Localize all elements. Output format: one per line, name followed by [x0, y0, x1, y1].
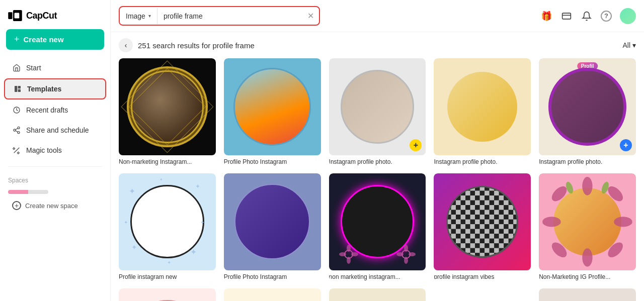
results-header: ‹ 251 search results for profile frame A… [111, 32, 644, 58]
template-card-7[interactable]: Profile Photo Instagram [224, 173, 321, 280]
template-card-4[interactable]: Instagram profile photo. [434, 58, 531, 165]
card-label-7: Profile Photo Instagram [224, 273, 321, 280]
frame-5 [548, 68, 626, 145]
sidebar-item-magic-tools-label: Magic tools [26, 146, 62, 154]
frame-1 [131, 70, 204, 143]
card-label-8: non marketing instagram... [329, 273, 426, 280]
results-left: ‹ 251 search results for profile frame [119, 38, 255, 52]
gift-icon[interactable]: 🎁 [540, 10, 552, 22]
grid-container: Non-marketing Instagram... Profile Photo… [119, 58, 636, 301]
card-image-12 [224, 288, 321, 301]
svg-text:✦: ✦ [124, 220, 128, 225]
plus-badge-5: + [620, 139, 632, 151]
frame-3 [341, 70, 415, 144]
template-card-6[interactable]: ✦ ✦ ✦ ✦ ✦ ✦ ✦ ✦ Profile instagram new [119, 173, 216, 280]
avatar[interactable] [620, 8, 636, 24]
frame-10 [553, 188, 621, 256]
frame-4 [447, 72, 517, 142]
svg-rect-3 [15, 86, 17, 92]
back-button[interactable]: ‹ [119, 38, 133, 52]
svg-text:✦: ✦ [129, 186, 135, 195]
spaces-bar [8, 190, 48, 194]
svg-point-7 [18, 127, 20, 129]
template-card-8[interactable]: non marketing instagram... [329, 173, 426, 280]
plus-icon: + [14, 34, 20, 45]
search-type-selector[interactable]: Image ▾ [120, 8, 157, 24]
template-grid: Non-marketing Instagram... Profile Photo… [111, 58, 644, 301]
frame-7 [234, 184, 310, 259]
svg-point-25 [345, 250, 353, 258]
svg-line-11 [16, 128, 18, 130]
card-image-3: + [329, 58, 426, 155]
plus-circle-icon: + [12, 201, 21, 210]
card-image-8 [329, 173, 426, 270]
top-bar-icons: 🎁 ? [540, 8, 636, 24]
svg-text:✦: ✦ [159, 177, 163, 182]
sidebar: CapCut + Create new Start Templates Rece… [0, 0, 111, 301]
template-card-1[interactable]: Non-marketing Instagram... [119, 58, 216, 165]
logo-area: CapCut [0, 6, 110, 29]
template-card-2[interactable]: Profile Photo Instagram [224, 58, 321, 165]
template-card-9[interactable]: profile instagram vibes [434, 173, 531, 280]
svg-point-27 [347, 257, 351, 264]
card-image-2 [224, 58, 321, 155]
search-input[interactable] [157, 8, 302, 24]
template-card-12[interactable] [224, 288, 321, 301]
sidebar-item-magic-tools[interactable]: Magic tools [4, 141, 106, 160]
create-space-button[interactable]: + Create new space [4, 197, 106, 214]
svg-rect-2 [15, 13, 20, 19]
svg-text:✦: ✦ [195, 183, 200, 190]
help-icon[interactable]: ? [601, 11, 612, 22]
card-image-13 [329, 288, 426, 301]
card-image-15 [539, 288, 636, 301]
share-icon [12, 126, 21, 135]
spaces-label: Spaces [0, 173, 110, 188]
template-card-15[interactable] [539, 288, 636, 301]
create-new-button[interactable]: + Create new [6, 29, 104, 50]
sidebar-item-start[interactable]: Start [4, 58, 106, 77]
svg-rect-0 [8, 12, 12, 19]
search-clear-button[interactable]: ✕ [302, 7, 319, 25]
card-image-11 [119, 288, 216, 301]
sidebar-divider [8, 166, 102, 167]
filter-chevron-icon: ▾ [632, 41, 636, 49]
template-card-5[interactable]: Profil + Instagram profile photo. [539, 58, 636, 165]
card-image-14 [434, 288, 531, 301]
svg-text:✦: ✦ [131, 243, 137, 251]
frame-8 [341, 185, 415, 259]
svg-text:✦: ✦ [167, 259, 171, 265]
card-label-10: Non-Marketing IG Profile... [539, 273, 636, 280]
template-card-14[interactable] [434, 288, 531, 301]
svg-line-10 [16, 131, 18, 132]
sidebar-item-share-schedule[interactable]: Share and schedule [4, 121, 106, 140]
template-card-13[interactable] [329, 288, 426, 301]
top-bar: Image ▾ ✕ 🎁 ? [111, 0, 644, 32]
filter-button[interactable]: All ▾ [622, 41, 636, 49]
card-label-6: Profile instagram new [119, 273, 216, 280]
wallet-icon[interactable] [560, 10, 573, 22]
search-container: Image ▾ ✕ [119, 6, 320, 26]
svg-rect-5 [18, 89, 21, 92]
sidebar-item-templates[interactable]: Templates [4, 78, 106, 99]
card-label-5: Instagram profile photo. [539, 158, 636, 165]
svg-rect-4 [18, 86, 21, 88]
bell-icon[interactable] [581, 10, 593, 22]
card-image-5: Profil + [539, 58, 636, 155]
svg-point-29 [351, 252, 358, 256]
filter-label: All [622, 41, 630, 49]
sidebar-item-recent-drafts[interactable]: Recent drafts [4, 101, 106, 120]
svg-point-8 [14, 129, 16, 131]
home-icon [12, 63, 21, 72]
template-card-3[interactable]: + Instagram profile photo. [329, 58, 426, 165]
frame-9 [446, 186, 518, 258]
clock-icon [12, 106, 21, 115]
frame-2 [233, 68, 311, 145]
svg-point-39 [448, 187, 517, 256]
card-label-4: Instagram profile photo. [434, 158, 531, 165]
card-image-10 [539, 173, 636, 270]
card-image-9 [434, 173, 531, 270]
template-card-11[interactable] [119, 288, 216, 301]
svg-rect-13 [562, 13, 571, 19]
svg-point-9 [18, 132, 20, 134]
template-card-10[interactable]: Non-Marketing IG Profile... [539, 173, 636, 280]
